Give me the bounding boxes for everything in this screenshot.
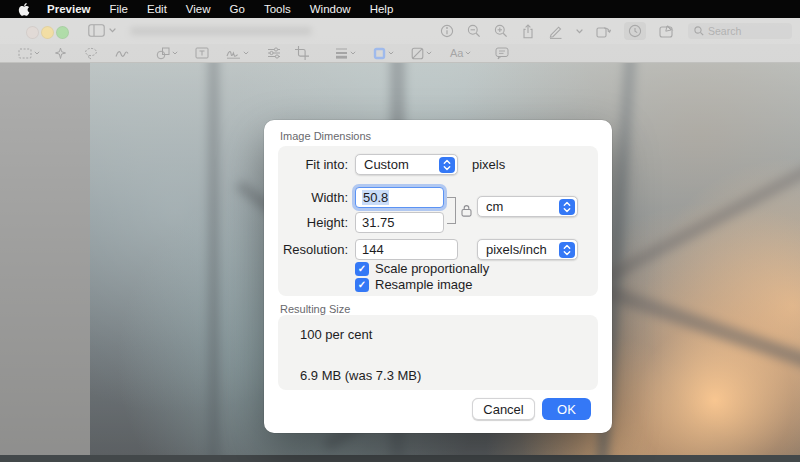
resolution-label: Resolution: (264, 242, 348, 257)
fit-into-label: Fit into: (264, 157, 348, 172)
stepper-icon (439, 157, 455, 173)
scale-proportionally-label: Scale proportionally (375, 261, 489, 276)
resolution-unit-popup[interactable]: pixels/inch (477, 239, 578, 260)
apple-logo-icon[interactable] (18, 2, 30, 16)
height-input[interactable]: 31.75 (355, 212, 444, 233)
resulting-percent: 100 per cent (300, 327, 372, 342)
menu-item-tools[interactable]: Tools (264, 3, 291, 15)
resolution-value: 144 (362, 242, 384, 257)
resample-image-checkbox[interactable] (355, 278, 369, 292)
height-label: Height: (264, 215, 348, 230)
fit-into-value: Custom (364, 155, 409, 175)
stepper-icon (559, 199, 575, 215)
dialog-title: Image Dimensions (280, 130, 371, 142)
menu-item-help[interactable]: Help (370, 3, 394, 15)
cancel-button[interactable]: Cancel (472, 398, 535, 420)
width-label: Width: (264, 190, 348, 205)
resulting-size-title: Resulting Size (280, 303, 350, 315)
menu-item-go[interactable]: Go (230, 3, 245, 15)
scale-proportionally-row: Scale proportionally (355, 261, 489, 276)
height-value: 31.75 (362, 215, 395, 230)
desktop-edge (0, 455, 800, 462)
resulting-file-size: 6.9 MB (was 7.3 MB) (300, 368, 421, 383)
image-dimensions-dialog: Image Dimensions Fit into: Custom pixels… (264, 120, 612, 433)
menu-item-file[interactable]: File (109, 3, 128, 15)
resolution-input[interactable]: 144 (355, 239, 458, 260)
width-input[interactable]: 50.8 (355, 187, 444, 208)
menu-item-edit[interactable]: Edit (147, 3, 167, 15)
menu-item-window[interactable]: Window (310, 3, 351, 15)
resample-image-label: Resample image (375, 277, 473, 292)
menu-item-app[interactable]: Preview (47, 3, 90, 15)
dimension-unit-value: cm (486, 197, 503, 217)
menu-bar: Preview File Edit View Go Tools Window H… (0, 0, 800, 18)
fit-into-popup[interactable]: Custom (355, 154, 458, 175)
fit-into-unit-suffix: pixels (472, 157, 505, 172)
dimension-unit-popup[interactable]: cm (477, 196, 578, 217)
resample-image-row: Resample image (355, 277, 473, 292)
width-value: 50.8 (362, 190, 389, 205)
stepper-icon (559, 242, 575, 258)
lock-icon (461, 204, 472, 217)
scale-proportionally-checkbox[interactable] (355, 262, 369, 276)
link-bracket (447, 197, 456, 224)
ok-button[interactable]: OK (542, 398, 591, 420)
resolution-unit-value: pixels/inch (486, 240, 547, 260)
menu-item-view[interactable]: View (186, 3, 211, 15)
